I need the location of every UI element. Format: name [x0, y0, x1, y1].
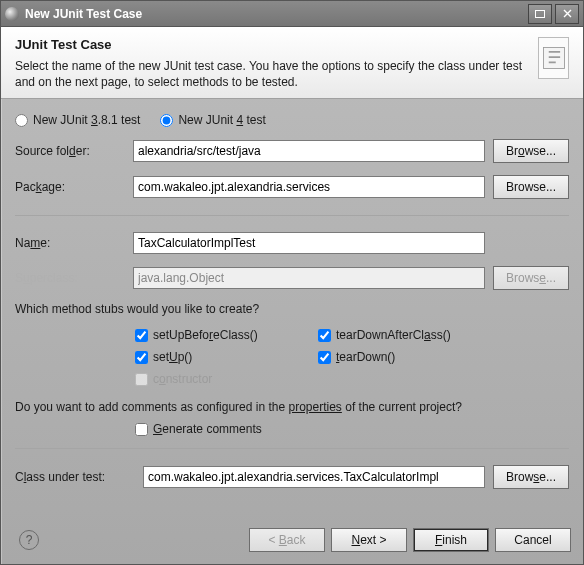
superclass-label: Superclass: [15, 271, 125, 285]
browse-package-button[interactable]: Browse... [493, 175, 569, 199]
browse-superclass-button: Browse... [493, 266, 569, 290]
constructor-checkbox[interactable]: constructor [135, 372, 212, 386]
teardown-checkbox[interactable]: tearDown() [318, 350, 395, 364]
wizard-header: JUnit Test Case Select the name of the n… [1, 27, 583, 99]
next-button[interactable]: Next > [331, 528, 407, 552]
superclass-input [133, 267, 485, 289]
app-icon [5, 7, 19, 21]
method-stubs-label: Which method stubs would you like to cre… [15, 302, 569, 316]
junit-icon [538, 37, 569, 79]
help-icon[interactable]: ? [19, 530, 39, 550]
page-title: JUnit Test Case [15, 37, 530, 52]
source-folder-input[interactable] [133, 140, 485, 162]
maximize-button[interactable] [528, 4, 552, 24]
browse-cut-button[interactable]: Browse... [493, 465, 569, 489]
class-under-test-input[interactable] [143, 466, 485, 488]
package-input[interactable] [133, 176, 485, 198]
generate-comments-checkbox[interactable]: Generate comments [135, 422, 262, 436]
setupbeforeclass-checkbox[interactable]: setUpBeforeClass() [135, 328, 300, 342]
close-button[interactable] [555, 4, 579, 24]
junit4-radio[interactable]: New JUnit 4 test [160, 113, 265, 127]
name-input[interactable] [133, 232, 485, 254]
cancel-button[interactable]: Cancel [495, 528, 571, 552]
back-button: < Back [249, 528, 325, 552]
teardownafterclass-checkbox[interactable]: tearDownAfterClass() [318, 328, 451, 342]
svg-rect-0 [536, 10, 545, 17]
setup-checkbox[interactable]: setUp() [135, 350, 300, 364]
name-label: Name: [15, 236, 125, 250]
browse-source-button[interactable]: Browse... [493, 139, 569, 163]
comments-question: Do you want to add comments as configure… [15, 400, 569, 414]
junit3-radio[interactable]: New JUnit 3.8.1 test [15, 113, 140, 127]
window-title: New JUnit Test Case [25, 7, 142, 21]
class-under-test-label: Class under test: [15, 470, 135, 484]
package-label: Package: [15, 180, 125, 194]
titlebar: New JUnit Test Case [1, 1, 583, 27]
source-folder-label: Source folder: [15, 144, 125, 158]
finish-button[interactable]: Finish [413, 528, 489, 552]
page-description: Select the name of the new JUnit test ca… [15, 58, 530, 90]
properties-link[interactable]: properties [289, 400, 342, 414]
